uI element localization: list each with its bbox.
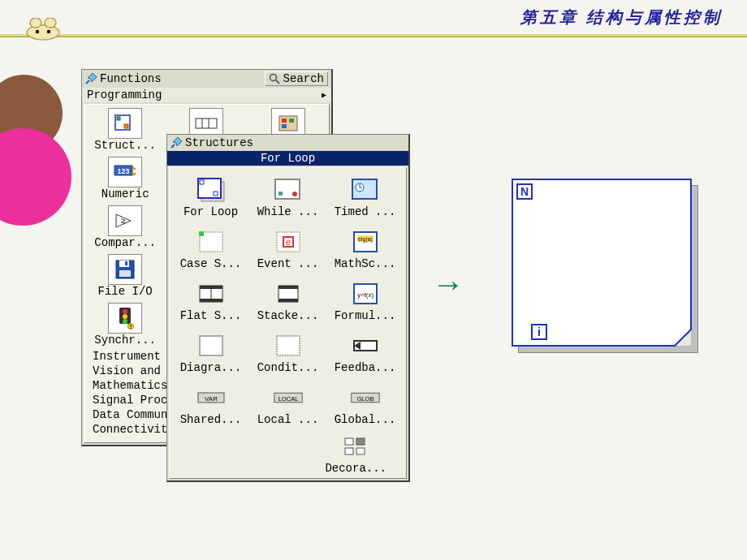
structures-icon: [113, 113, 137, 134]
structures-header: Structures: [167, 135, 408, 151]
svg-point-29: [123, 319, 127, 324]
svg-rect-58: [279, 299, 298, 302]
struct-label: Stacke...: [257, 309, 319, 322]
svg-text:VAR: VAR: [205, 395, 218, 403]
functions-header: Functions Search: [82, 70, 331, 88]
svg-rect-38: [279, 192, 283, 196]
structures-item-while-loop[interactable]: While ...: [252, 174, 324, 218]
functions-item-synchronization[interactable]: ! Synchr...: [84, 303, 166, 347]
n-terminal[interactable]: N: [516, 183, 533, 200]
func-label: Struct...: [94, 139, 156, 152]
struct-label: Formul...: [335, 309, 396, 322]
for-loop-diagram: N i: [512, 179, 698, 353]
flat-sequence-icon: [196, 281, 226, 307]
svg-line-7: [276, 80, 279, 84]
svg-text:LOCAL: LOCAL: [278, 395, 298, 403]
search-button[interactable]: Search: [265, 71, 328, 86]
functions-item-structures[interactable]: Struct...: [84, 108, 166, 152]
svg-text:y=f(x): y=f(x): [356, 291, 374, 299]
search-icon: [269, 73, 280, 84]
breadcrumb[interactable]: Programming ▶: [82, 88, 331, 102]
structures-item-timed[interactable]: Timed ...: [329, 174, 401, 218]
case-icon: [196, 229, 226, 255]
i-terminal[interactable]: i: [531, 324, 547, 340]
structures-item-conditional-disable[interactable]: Condit...: [252, 330, 324, 374]
svg-point-27: [123, 309, 127, 314]
struct-label: Decora...: [325, 462, 386, 475]
struct-label: Global...: [335, 413, 396, 426]
selected-banner: For Loop: [167, 151, 408, 166]
struct-label: Timed ...: [335, 205, 396, 218]
face-decor-icon: [24, 18, 62, 41]
traffic-light-icon: !: [114, 307, 136, 330]
structures-title: Structures: [185, 136, 253, 149]
svg-point-2: [45, 18, 56, 28]
structures-item-case[interactable]: Case S...: [175, 226, 247, 270]
svg-point-1: [30, 18, 41, 28]
array-icon: [194, 115, 218, 131]
func-label: Compar...: [94, 236, 156, 249]
conditional-disable-icon: [274, 334, 302, 358]
func-label: Numeric: [101, 187, 149, 200]
top-divider: [0, 34, 747, 37]
svg-rect-73: [345, 448, 353, 454]
svg-rect-62: [277, 336, 300, 355]
for-loop-icon: [196, 176, 227, 204]
svg-rect-72: [356, 438, 365, 445]
struct-label: Condit...: [257, 361, 319, 374]
svg-rect-23: [119, 261, 129, 267]
timed-icon: [350, 177, 381, 203]
structures-item-flat-sequence[interactable]: Flat S...: [175, 278, 247, 322]
svg-rect-24: [119, 270, 131, 277]
structures-item-formula[interactable]: y=f(x) Formul...: [329, 278, 401, 322]
decorations-icon: [342, 435, 369, 458]
arrow-right-icon: →: [438, 268, 458, 304]
functions-title: Functions: [100, 72, 162, 85]
structures-item-for-loop[interactable]: For Loop: [175, 174, 247, 218]
functions-item-fileio[interactable]: File I/O: [84, 254, 166, 298]
svg-point-3: [36, 30, 39, 33]
local-var-icon: LOCAL: [271, 390, 305, 405]
global-var-icon: GLOB: [348, 390, 382, 405]
pin-icon[interactable]: [85, 73, 97, 84]
svg-point-6: [270, 75, 276, 81]
structures-item-diagram-disable[interactable]: Diagra...: [175, 330, 247, 374]
struct-label: Shared...: [180, 413, 242, 426]
mathscript-icon: eig(a): [351, 229, 380, 255]
floppy-icon: [114, 259, 136, 280]
structures-item-stacked-sequence[interactable]: Stacke...: [252, 278, 324, 322]
pin-icon[interactable]: [171, 137, 182, 149]
structures-item-shared-variable[interactable]: VAR Shared...: [175, 382, 247, 426]
functions-item-comparison[interactable]: ≥ Compar...: [84, 205, 166, 249]
structures-item-decorations[interactable]: Decora...: [325, 431, 386, 475]
structures-body: For Loop While ...: [169, 167, 407, 479]
svg-rect-11: [196, 118, 217, 128]
decor-circle-pink: [0, 128, 71, 226]
svg-text:≥: ≥: [121, 216, 126, 225]
structures-item-feedback[interactable]: Feedba...: [329, 330, 401, 374]
search-label: Search: [283, 72, 324, 85]
svg-point-39: [292, 192, 297, 196]
struct-label: Local ...: [257, 413, 319, 426]
svg-text:e: e: [285, 237, 290, 247]
structures-item-global-variable[interactable]: GLOB Global...: [329, 382, 401, 426]
struct-label: Feedba...: [335, 361, 396, 374]
func-label: Synchr...: [94, 334, 156, 347]
functions-item-numeric[interactable]: 123 Numeric: [84, 157, 166, 200]
svg-rect-9: [117, 117, 120, 120]
svg-rect-10: [124, 124, 128, 128]
stacked-sequence-icon: [274, 281, 303, 307]
svg-point-28: [123, 314, 127, 319]
svg-rect-36: [214, 192, 218, 196]
structures-item-local-variable[interactable]: LOCAL Local ...: [252, 382, 324, 426]
numeric-icon: 123: [112, 163, 138, 181]
chevron-right-icon: ▶: [322, 90, 326, 100]
structures-palette: Structures For Loop For Loop: [166, 134, 410, 482]
svg-rect-57: [279, 286, 298, 289]
svg-rect-14: [279, 116, 297, 131]
feedback-icon: [349, 338, 382, 354]
structures-item-event[interactable]: e Event ...: [252, 226, 324, 270]
struct-label: MathSc...: [335, 257, 396, 270]
svg-text:eig(a): eig(a): [358, 236, 373, 243]
structures-item-mathscript[interactable]: eig(a) MathSc...: [329, 226, 401, 270]
